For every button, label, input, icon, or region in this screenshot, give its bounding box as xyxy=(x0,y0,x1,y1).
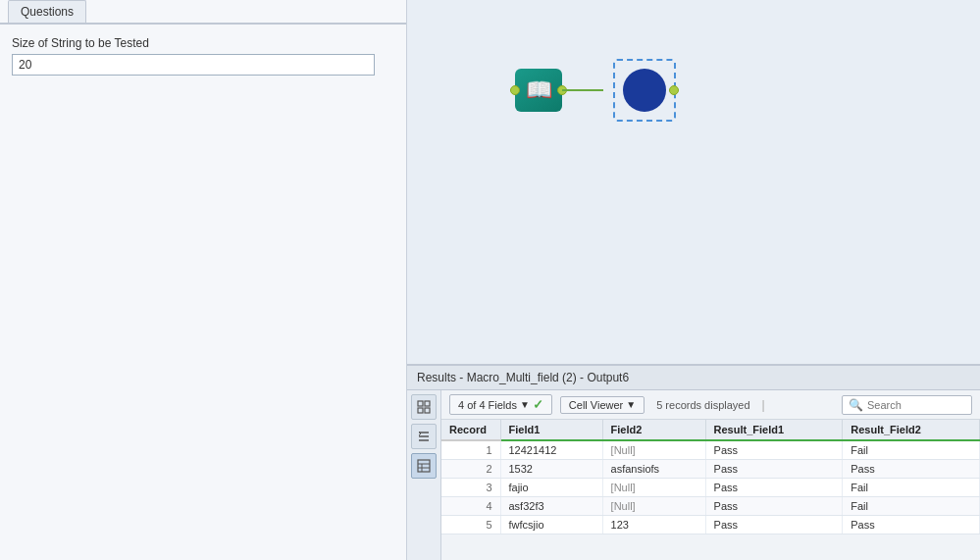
search-box[interactable]: 🔍 xyxy=(842,395,972,415)
cell-field1: asf32f3 xyxy=(500,497,602,516)
results-main: 4 of 4 Fields ▼ ✓ Cell Viewer ▼ 5 record… xyxy=(441,390,980,560)
fields-button[interactable]: 4 of 4 Fields ▼ ✓ xyxy=(449,394,552,415)
data-table: Record Field1 Field2 Result_Field1 Resul… xyxy=(441,420,980,535)
col-result-field1: Result_Field1 xyxy=(705,420,843,440)
table-row: 3 fajio [Null] Pass Fail xyxy=(441,479,980,497)
workflow: 📖 xyxy=(515,59,676,122)
cell-result-field1: Pass xyxy=(705,460,843,479)
cell-result-field2: Fail xyxy=(843,497,980,516)
results-panel: Results - Macro_Multi_field (2) - Output… xyxy=(407,364,980,560)
fields-label: 4 of 4 Fields xyxy=(458,399,517,411)
cell-result-field2: Pass xyxy=(843,516,980,535)
svg-rect-1 xyxy=(425,401,430,406)
cell-record: 2 xyxy=(441,460,500,479)
cell-field2: [Null] xyxy=(602,479,705,497)
table-view-btn[interactable] xyxy=(411,453,437,479)
cell-viewer-button[interactable]: Cell Viewer ▼ xyxy=(560,396,645,414)
fields-check-icon: ✓ xyxy=(533,397,543,412)
col-field1: Field1 xyxy=(500,420,602,440)
svg-rect-0 xyxy=(418,401,423,406)
cell-record: 5 xyxy=(441,516,500,535)
cell-result-field1: Pass xyxy=(705,516,843,535)
left-panel: Questions Size of String to be Tested xyxy=(0,0,407,560)
cell-result-field2: Fail xyxy=(843,479,980,497)
list-view-btn[interactable] xyxy=(411,424,437,449)
cell-result-field1: Pass xyxy=(705,479,843,497)
col-result-field2: Result_Field2 xyxy=(843,420,980,440)
cell-result-field1: Pass xyxy=(705,497,843,516)
cell-record: 3 xyxy=(441,479,500,497)
book-node-wrapper: 📖 xyxy=(515,69,562,112)
field-label: Size of String to be Tested xyxy=(12,36,394,50)
table-row: 1 12421412 [Null] Pass Fail xyxy=(441,440,980,460)
table-header-row: Record Field1 Field2 Result_Field1 Resul… xyxy=(441,420,980,440)
results-title: Results - Macro_Multi_field (2) - Output… xyxy=(407,366,980,390)
results-content: 4 of 4 Fields ▼ ✓ Cell Viewer ▼ 5 record… xyxy=(407,390,980,560)
svg-rect-2 xyxy=(418,408,423,413)
col-field2: Field2 xyxy=(602,420,705,440)
cell-record: 1 xyxy=(441,440,500,460)
book-icon: 📖 xyxy=(526,77,552,103)
table-body: 1 12421412 [Null] Pass Fail 2 1532 asfan… xyxy=(441,440,980,535)
table-row: 2 1532 asfansiofs Pass Pass xyxy=(441,460,980,479)
results-table: Record Field1 Field2 Result_Field1 Resul… xyxy=(441,420,980,560)
right-panel: 📖 Results - Macro_Multi_field (2) - Outp… xyxy=(407,0,980,560)
cell-result-field2: Pass xyxy=(843,460,980,479)
questions-header: Questions xyxy=(0,0,406,25)
cell-field2: [Null] xyxy=(602,440,705,460)
canvas-area: 📖 xyxy=(407,0,980,364)
cell-field1: 12421412 xyxy=(500,440,602,460)
table-row: 5 fwfcsjio 123 Pass Pass xyxy=(441,516,980,535)
cell-field1: fwfcsjio xyxy=(500,516,602,535)
connector-line xyxy=(564,89,603,91)
cell-record: 4 xyxy=(441,497,500,516)
book-right-connector xyxy=(557,85,567,95)
grid-view-btn[interactable] xyxy=(411,394,437,420)
book-node[interactable]: 📖 xyxy=(515,69,562,112)
cell-viewer-dropdown-icon: ▼ xyxy=(626,399,636,410)
string-size-input[interactable] xyxy=(12,54,375,76)
fields-dropdown-icon: ▼ xyxy=(520,399,530,410)
svg-rect-7 xyxy=(418,460,430,472)
svg-rect-3 xyxy=(425,408,430,413)
records-info: 5 records displayed xyxy=(656,399,749,411)
results-toolbar: 4 of 4 Fields ▼ ✓ Cell Viewer ▼ 5 record… xyxy=(441,390,980,420)
cell-viewer-label: Cell Viewer xyxy=(569,399,623,411)
cell-field2: asfansiofs xyxy=(602,460,705,479)
questions-tab[interactable]: Questions xyxy=(8,0,86,23)
col-record: Record xyxy=(441,420,500,440)
circle-node-container[interactable] xyxy=(613,59,676,122)
cell-field1: 1532 xyxy=(500,460,602,479)
cell-field1: fajio xyxy=(500,479,602,497)
results-side-icons xyxy=(407,390,441,560)
cell-field2: [Null] xyxy=(602,497,705,516)
cell-result-field2: Fail xyxy=(843,440,980,460)
cell-field2: 123 xyxy=(602,516,705,535)
circle-node[interactable] xyxy=(623,69,666,112)
book-left-connector xyxy=(510,85,520,95)
questions-body: Size of String to be Tested xyxy=(0,25,406,560)
circle-right-connector xyxy=(669,85,679,95)
toolbar-separator: | xyxy=(762,398,765,412)
table-row: 4 asf32f3 [Null] Pass Fail xyxy=(441,497,980,516)
search-input[interactable] xyxy=(867,399,965,411)
search-icon: 🔍 xyxy=(849,398,863,412)
cell-result-field1: Pass xyxy=(705,440,843,460)
